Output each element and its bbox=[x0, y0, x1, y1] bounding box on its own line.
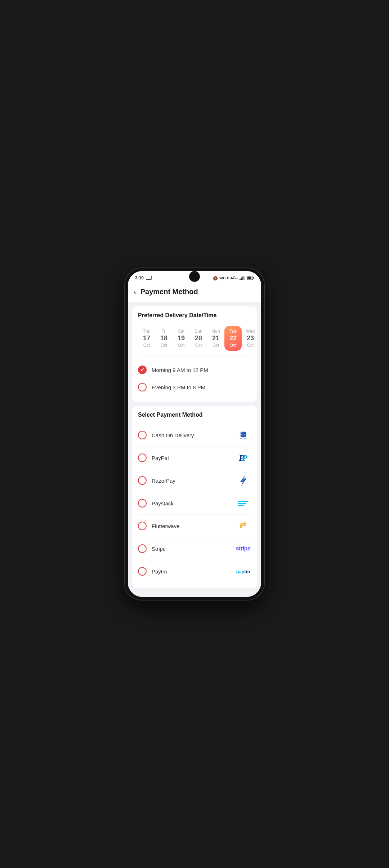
radio-cod[interactable] bbox=[138, 431, 147, 439]
notch bbox=[189, 271, 200, 282]
date-sat-19[interactable]: Sat 19 Oct bbox=[173, 326, 190, 351]
paypal-label: PayPal bbox=[152, 455, 235, 461]
morning-label: Morning 9 AM to 12 PM bbox=[152, 367, 208, 373]
svg-rect-6 bbox=[244, 276, 245, 280]
status-left: 3:10 bbox=[135, 275, 152, 280]
delivery-section-title: Preferred Delivery Date/Time bbox=[138, 312, 251, 319]
payment-paystack[interactable]: Paystack bbox=[138, 492, 251, 515]
payment-paypal[interactable]: PayPal P P bbox=[138, 447, 251, 469]
radio-evening[interactable] bbox=[138, 383, 147, 391]
svg-rect-8 bbox=[253, 277, 254, 279]
mute-icon: 🔕 bbox=[213, 275, 218, 280]
razorpay-label: RazorPay bbox=[152, 478, 235, 484]
screen-icon bbox=[146, 276, 152, 280]
content-area: Preferred Delivery Date/Time Thu 17 Oct … bbox=[128, 302, 261, 597]
svg-text:🏧: 🏧 bbox=[240, 431, 246, 438]
svg-rect-0 bbox=[146, 276, 152, 279]
svg-point-17 bbox=[240, 527, 242, 528]
cod-label: Cash On Delivery bbox=[152, 432, 235, 438]
evening-label: Evening 3 PM to 8 PM bbox=[152, 384, 205, 390]
svg-point-16 bbox=[240, 525, 241, 527]
divider-1 bbox=[138, 356, 251, 357]
paytm-logo: paytm bbox=[235, 566, 251, 577]
time-morning[interactable]: ✓ Morning 9 AM to 12 PM bbox=[138, 361, 251, 378]
delivery-card: Preferred Delivery Date/Time Thu 17 Oct … bbox=[132, 306, 257, 402]
volte-label: VoLTE bbox=[219, 276, 229, 280]
date-picker-row: Thu 17 Oct Fri 18 Oct Sat 19 Oct bbox=[138, 324, 251, 352]
svg-rect-9 bbox=[247, 277, 251, 279]
svg-text:P: P bbox=[242, 453, 247, 462]
payment-stripe[interactable]: Stripe stripe bbox=[138, 537, 251, 560]
radio-morning[interactable]: ✓ bbox=[138, 366, 147, 374]
cod-logo: 🏧 bbox=[235, 430, 251, 440]
svg-rect-1 bbox=[148, 279, 149, 280]
header: ‹ Payment Method bbox=[128, 283, 261, 302]
page-title: Payment Method bbox=[140, 288, 198, 296]
payment-section-title: Select Payment Method bbox=[138, 412, 251, 418]
phone-frame: 3:10 🔕 VoLTE 4G+ bbox=[124, 267, 265, 601]
stripe-logo: stripe bbox=[235, 543, 251, 554]
phone-screen: 3:10 🔕 VoLTE 4G+ bbox=[128, 271, 261, 597]
payment-card: Select Payment Method Cash On Delivery 🏧 bbox=[132, 406, 257, 588]
stripe-label: Stripe bbox=[152, 546, 235, 552]
paystack-label: Paystack bbox=[152, 500, 235, 506]
radio-flutterwave[interactable] bbox=[138, 522, 147, 530]
svg-rect-4 bbox=[241, 278, 242, 280]
time-evening[interactable]: Evening 3 PM to 8 PM bbox=[138, 378, 251, 396]
status-time: 3:10 bbox=[135, 275, 144, 280]
date-tue-22[interactable]: Tue 22 Oct bbox=[224, 326, 242, 351]
paytm-label: Paytm bbox=[152, 568, 235, 575]
payment-flutterwave[interactable]: Flutterwave bbox=[138, 515, 251, 537]
radio-paypal[interactable] bbox=[138, 453, 147, 462]
paystack-logo bbox=[235, 498, 251, 509]
paypal-logo: P P bbox=[235, 452, 251, 463]
signal-icon bbox=[240, 276, 245, 280]
date-wed-23[interactable]: Wed 23 Oct bbox=[242, 326, 259, 351]
radio-paytm[interactable] bbox=[138, 567, 147, 576]
date-fri-18[interactable]: Fri 18 Oct bbox=[155, 326, 173, 351]
radio-razorpay[interactable] bbox=[138, 476, 147, 485]
battery-icon bbox=[247, 276, 254, 280]
payment-cod[interactable]: Cash On Delivery 🏧 bbox=[138, 424, 251, 447]
date-mon-21[interactable]: Mon 21 Oct bbox=[207, 326, 224, 351]
flutterwave-label: Flutterwave bbox=[152, 523, 235, 529]
razorpay-logo bbox=[235, 475, 251, 486]
svg-text:🔕: 🔕 bbox=[213, 276, 218, 280]
radio-paystack[interactable] bbox=[138, 499, 147, 508]
svg-rect-3 bbox=[240, 279, 241, 280]
svg-rect-5 bbox=[242, 276, 243, 280]
flutterwave-logo bbox=[235, 521, 251, 531]
radio-stripe[interactable] bbox=[138, 544, 147, 553]
network-label: 4G+ bbox=[231, 276, 238, 280]
back-button[interactable]: ‹ bbox=[134, 288, 136, 296]
date-thu-17[interactable]: Thu 17 Oct bbox=[138, 326, 155, 351]
status-right: 🔕 VoLTE 4G+ bbox=[213, 275, 254, 280]
date-sun-20[interactable]: Sun 20 Oct bbox=[190, 326, 207, 351]
payment-paytm[interactable]: Paytm paytm bbox=[138, 560, 251, 583]
payment-razorpay[interactable]: RazorPay bbox=[138, 469, 251, 492]
